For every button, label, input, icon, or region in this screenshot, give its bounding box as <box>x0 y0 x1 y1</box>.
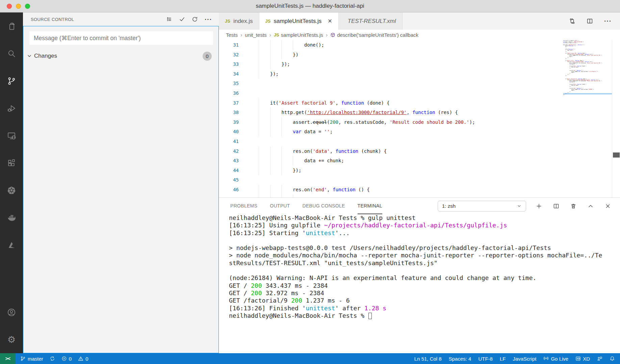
changes-section-header[interactable]: Changes 0 <box>23 50 218 62</box>
split-terminal-icon[interactable] <box>553 203 559 209</box>
activity-bar-item-search[interactable] <box>0 40 23 67</box>
sidebar-title: SOURCE CONTROL <box>31 17 166 22</box>
indent-guide <box>259 127 270 137</box>
refresh-icon[interactable] <box>192 16 198 22</box>
commit-check-icon[interactable] <box>179 16 185 22</box>
errors-indicator[interactable]: 0 <box>61 356 72 362</box>
warnings-indicator[interactable]: 0 <box>78 356 88 362</box>
indent-guide <box>270 50 282 60</box>
code-token: }); <box>567 92 569 93</box>
breadcrumb-item[interactable]: unit_tests <box>245 32 266 38</box>
breadcrumb-label: unit_tests <box>245 32 266 38</box>
editor-scrollbar[interactable] <box>612 40 620 197</box>
more-actions-icon[interactable]: ··· <box>205 16 212 23</box>
split-editor-icon[interactable] <box>587 18 593 24</box>
code-token: , <box>327 187 333 192</box>
indentation[interactable]: Spaces: 4 <box>449 356 471 362</box>
terminal-text: 200 <box>251 289 262 297</box>
minimize-window-button[interactable] <box>16 4 21 9</box>
line-number: 38 <box>219 108 239 117</box>
code-line-row: 35 <box>219 79 620 88</box>
activity-bar-item-source-control[interactable] <box>0 67 23 94</box>
branch-indicator[interactable]: master <box>20 356 43 362</box>
activity-bar-item-account[interactable] <box>0 299 23 326</box>
status-label: XD <box>583 356 590 362</box>
sync-button[interactable] <box>50 356 55 361</box>
breadcrumb-label: Tests <box>226 32 238 38</box>
run-debug-icon <box>7 104 16 113</box>
tab-TEST-RESULT.xml[interactable]: TEST-RESULT.xml <box>339 12 403 30</box>
close-icon[interactable]: ✕ <box>328 18 332 24</box>
code-token: }) <box>569 73 570 74</box>
new-terminal-icon[interactable] <box>536 203 542 209</box>
activity-bar-item-remote-explorer[interactable] <box>0 122 23 149</box>
activity-bar-item-files[interactable] <box>0 12 23 40</box>
language-mode[interactable]: JavaScript <box>513 356 536 362</box>
code-token: ( <box>327 119 330 125</box>
panel-tab-terminal[interactable]: TERMINAL <box>358 198 382 214</box>
kill-terminal-icon[interactable] <box>570 203 576 209</box>
breadcrumb-item[interactable]: Tests <box>226 32 238 38</box>
code-token: () { <box>573 46 576 47</box>
line-number: 43 <box>219 156 239 166</box>
indent-guide <box>270 166 282 175</box>
panel-tab-problems[interactable]: PROBLEMS <box>230 198 257 214</box>
zoom-window-button[interactable] <box>25 4 30 9</box>
tab-index.js[interactable]: JSindex.js <box>219 12 259 30</box>
line-number: 44 <box>219 166 239 175</box>
code-token: 'Result code should be 200.' <box>587 81 601 82</box>
code-token: it( <box>270 100 279 106</box>
code-token: }); <box>565 93 567 94</box>
activity-bar-item-run-debug[interactable] <box>0 94 23 122</box>
activity-bar-item-azure[interactable] <box>0 231 23 258</box>
terminal-shell-select[interactable]: 1: zsh <box>438 201 526 212</box>
panel-header: PROBLEMSOUTPUTDEBUG CONSOLETERMINAL 1: z… <box>219 198 620 214</box>
remote-indicator[interactable]: >< <box>0 353 16 364</box>
activity-bar-item-settings-gear[interactable]: ⚙ <box>0 326 23 353</box>
breadcrumb-item[interactable]: JSsampleUnitTests.js <box>274 32 323 38</box>
cursor-position[interactable]: Ln 51, Col 8 <box>414 356 442 362</box>
panel-tab-output[interactable]: OUTPUT <box>270 198 290 214</box>
open-changes-icon[interactable] <box>569 18 575 24</box>
code-line-row: 32 }) <box>219 50 620 60</box>
window-controls[interactable] <box>7 0 30 12</box>
terminal-output[interactable]: neilhaddley@Neils-MacBook-Air Tests % gu… <box>229 214 617 353</box>
more-actions-icon[interactable]: ··· <box>604 18 612 24</box>
code-line-content: done(); <box>239 40 324 50</box>
extensions-icon <box>7 158 16 168</box>
minimap[interactable]: var assert = require('assert');var app =… <box>563 40 612 197</box>
changes-label: Changes <box>34 53 57 59</box>
line-number: 31 <box>219 40 239 50</box>
code-line-row: 39 assert.equal(200, res.statusCode, 'Re… <box>219 117 620 127</box>
xd[interactable]: XD <box>575 356 590 362</box>
code-editor[interactable]: 31 done();32 })33 });34 });353637 it('As… <box>219 40 620 197</box>
panel-tab-debug-console[interactable]: DEBUG CONSOLE <box>303 198 345 214</box>
notifications[interactable] <box>610 356 615 361</box>
go-live[interactable]: Go Live <box>543 356 568 362</box>
line-number: 41 <box>219 137 239 146</box>
activity-bar-item-kubernetes[interactable] <box>0 176 23 204</box>
view-as-tree-icon[interactable] <box>166 16 172 22</box>
maximize-panel-icon[interactable] <box>588 203 594 209</box>
scrollbar-thumb[interactable] <box>613 152 620 158</box>
indent-guide <box>270 156 282 166</box>
status-bar: >< master00 Ln 51, Col 8Spaces: 4UTF-8LF… <box>0 353 620 364</box>
activity-bar-item-docker[interactable] <box>0 204 23 231</box>
close-window-button[interactable] <box>7 4 12 9</box>
encoding[interactable]: UTF-8 <box>478 356 493 362</box>
code-line-row: 42 res.on('data', function (chunk) { <box>219 146 620 156</box>
close-panel-icon[interactable] <box>605 203 611 209</box>
breadcrumb-item[interactable]: describe('sampleUnitTests') callback <box>330 32 418 38</box>
commit-message-input[interactable] <box>29 31 213 45</box>
code-token: }); <box>565 51 567 52</box>
code-token: res.on( <box>293 148 313 154</box>
breadcrumb-separator: › <box>240 32 242 38</box>
chevron-down-icon <box>517 203 522 208</box>
tab-sampleUnitTests.js[interactable]: JSsampleUnitTests.js✕ <box>259 12 339 30</box>
eol[interactable]: LF <box>500 356 506 362</box>
terminal-line <box>229 267 617 274</box>
activity-bar-item-extensions[interactable] <box>0 149 23 176</box>
feedback[interactable] <box>597 356 602 361</box>
code-token: 'end' <box>313 187 327 192</box>
code-token: app.close(); <box>567 50 573 51</box>
